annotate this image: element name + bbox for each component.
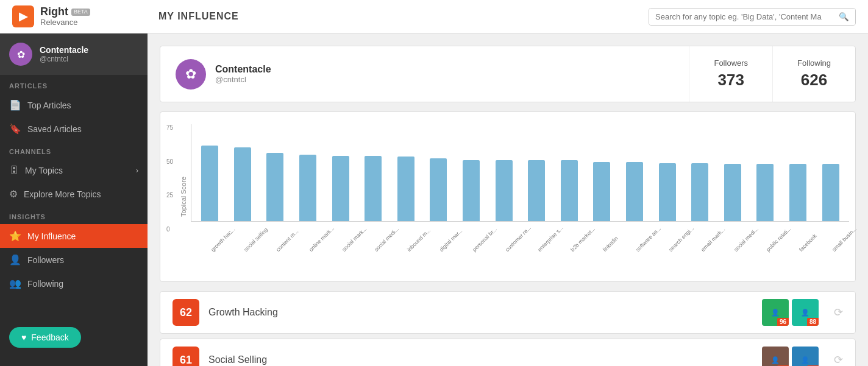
bar-label: software as... bbox=[635, 225, 662, 253]
influencer-score: 96 bbox=[777, 318, 789, 326]
bar-label: online mark... bbox=[308, 225, 335, 253]
topic-name: Social Selling bbox=[208, 354, 753, 365]
sidebar-item-explore-topics[interactable]: ⚙ Explore More Topics bbox=[0, 182, 148, 206]
user-handle: @cntntcl bbox=[40, 55, 88, 63]
influencer-avatar[interactable]: 👤90 bbox=[792, 347, 819, 366]
bar-label: b2b market... bbox=[569, 226, 596, 253]
sidebar-item-label: Top Articles bbox=[27, 100, 71, 110]
bar-label: digital mar... bbox=[438, 228, 463, 253]
influencer-avatar[interactable]: 👤93 bbox=[762, 347, 789, 366]
bar-label: email mark... bbox=[700, 227, 726, 253]
influencer-avatars: 👤96👤88 bbox=[762, 299, 819, 326]
bar-fill bbox=[691, 163, 708, 221]
logo-sub: Relevance bbox=[40, 18, 90, 27]
bar-fill bbox=[463, 160, 480, 221]
logo-text: Right BETA Relevance bbox=[40, 6, 90, 27]
feedback-label: Feedback bbox=[31, 333, 68, 342]
influencer-avatar[interactable]: 👤88 bbox=[792, 299, 819, 326]
following-label: Following bbox=[797, 58, 831, 68]
bar-label: social medi... bbox=[373, 226, 400, 253]
bar-fill bbox=[397, 157, 414, 221]
profile-info: ✿ Contentacle @cntntcl bbox=[160, 46, 689, 102]
article-icon: 📄 bbox=[9, 99, 21, 111]
profile-card: ✿ Contentacle @cntntcl Followers 373 Fol… bbox=[160, 46, 856, 102]
bar-label: social mark... bbox=[341, 226, 368, 253]
y-ticks: 75 50 25 0 bbox=[166, 124, 173, 233]
bar-label: linkedin bbox=[602, 235, 619, 253]
influencer-score: 88 bbox=[807, 318, 819, 326]
chart-bar: small busin... bbox=[815, 130, 846, 221]
sidebar-item-following[interactable]: 👥 Following bbox=[0, 272, 148, 295]
followers-label: Followers bbox=[714, 58, 748, 68]
sidebar-item-top-articles[interactable]: 📄 Top Articles bbox=[0, 93, 148, 117]
sidebar-item-my-influence[interactable]: ⭐ My Influence bbox=[0, 224, 148, 248]
chart-bar: search engi... bbox=[652, 130, 683, 221]
sidebar-item-label: My Influence bbox=[27, 231, 76, 241]
topic-row: 62Growth Hacking👤96👤88⟳ bbox=[160, 291, 856, 334]
bar-fill bbox=[266, 153, 283, 221]
chart-bar: facebook bbox=[783, 130, 814, 221]
bar-label: social medi... bbox=[733, 226, 760, 253]
following-stat: Following 626 bbox=[773, 46, 855, 102]
chart-bar: social medi... bbox=[717, 130, 749, 221]
profile-name: Contentacle bbox=[215, 64, 271, 75]
chart-bar: public relati... bbox=[750, 130, 781, 221]
profile-avatar: ✿ bbox=[176, 59, 206, 90]
bar-label: facebook bbox=[798, 233, 818, 253]
more-options-icon[interactable]: ⟳ bbox=[834, 353, 843, 366]
bar-fill bbox=[332, 156, 349, 221]
section-channels-label: CHANNELS bbox=[0, 141, 148, 159]
chart-bar: social medi... bbox=[358, 130, 389, 221]
search-button[interactable]: 🔍 bbox=[833, 9, 855, 25]
sidebar-item-label: Explore More Topics bbox=[24, 189, 101, 199]
topics-icon: 🎛 bbox=[9, 165, 19, 176]
user-name: Contentacle bbox=[40, 45, 88, 55]
user-info: Contentacle @cntntcl bbox=[40, 45, 88, 63]
chart-bar: enterprise s... bbox=[521, 130, 552, 221]
chart-bar: growth hac... bbox=[194, 130, 226, 221]
bar-label: social selling bbox=[243, 227, 269, 253]
bar-fill bbox=[299, 155, 316, 221]
chart-bar: content m... bbox=[260, 130, 291, 221]
bar-label: small busin... bbox=[831, 226, 858, 253]
score-badge: 62 bbox=[173, 299, 199, 326]
chart-bar: digital mar... bbox=[423, 130, 454, 221]
influencer-avatars: 👤93👤90 bbox=[762, 347, 819, 366]
layout: ✿ Contentacle @cntntcl ARTICLES 📄 Top Ar… bbox=[0, 33, 868, 366]
page-title: MY INFLUENCE bbox=[158, 11, 649, 22]
bar-fill bbox=[593, 162, 610, 221]
bar-fill bbox=[201, 146, 218, 221]
chart-bar: email mark... bbox=[685, 130, 716, 221]
more-options-icon[interactable]: ⟳ bbox=[834, 306, 843, 319]
chart-bar: customer re... bbox=[488, 130, 519, 221]
logo-icon: ▶ bbox=[12, 5, 34, 27]
bar-fill bbox=[756, 164, 774, 221]
chart-y-label: Topical Score bbox=[180, 177, 187, 217]
chart-bar: online mark... bbox=[293, 130, 324, 221]
chart-bars: growth hac...social sellingcontent m...o… bbox=[191, 124, 849, 222]
bar-fill bbox=[561, 160, 578, 221]
sidebar-item-my-topics[interactable]: 🎛 My Topics › bbox=[0, 159, 148, 182]
feedback-button[interactable]: ♥ Feedback bbox=[9, 327, 81, 348]
search-area: 🔍 bbox=[649, 8, 856, 26]
followers-count: 373 bbox=[718, 71, 744, 90]
search-input[interactable] bbox=[649, 9, 833, 25]
avatar: ✿ bbox=[9, 43, 32, 66]
score-badge: 61 bbox=[173, 347, 199, 366]
header: ▶ Right BETA Relevance MY INFLUENCE 🔍 bbox=[0, 0, 868, 33]
bar-label: content m... bbox=[275, 228, 299, 253]
chart-bar: personal br... bbox=[456, 130, 487, 221]
section-articles-label: ARTICLES bbox=[0, 75, 148, 93]
bar-label: customer re... bbox=[504, 225, 532, 253]
following-count: 626 bbox=[801, 71, 827, 90]
influence-icon: ⭐ bbox=[9, 230, 21, 242]
saved-icon: 🔖 bbox=[9, 123, 21, 135]
sidebar-item-saved-articles[interactable]: 🔖 Saved Articles bbox=[0, 117, 148, 141]
bar-fill bbox=[724, 164, 741, 221]
sidebar-item-followers[interactable]: 👤 Followers bbox=[0, 248, 148, 272]
bar-label: public relati... bbox=[765, 226, 792, 253]
influencer-avatar[interactable]: 👤96 bbox=[762, 299, 789, 326]
chart-container: Topical Score 75 50 25 0 growth hac...so… bbox=[160, 111, 856, 282]
bar-fill bbox=[234, 147, 251, 221]
bar-fill bbox=[496, 160, 513, 221]
